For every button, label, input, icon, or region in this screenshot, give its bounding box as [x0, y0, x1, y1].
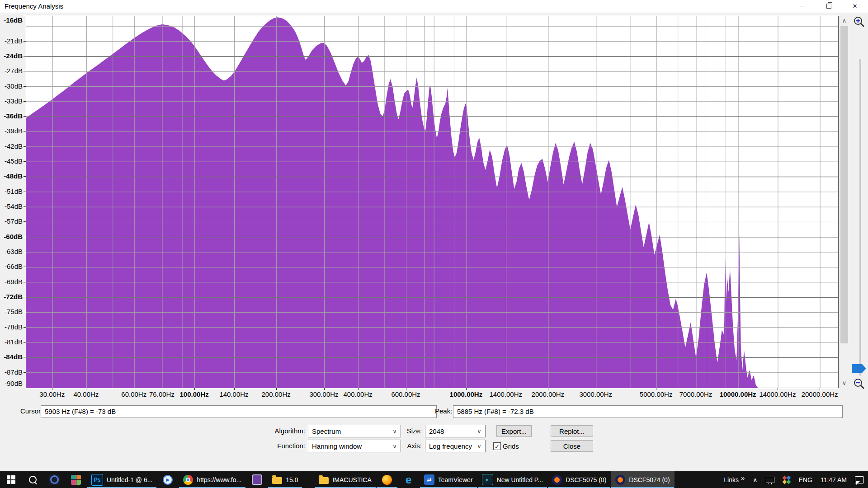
- hidden-icons-button[interactable]: ∧: [749, 471, 761, 488]
- links-toolbar[interactable]: Links »: [720, 471, 749, 488]
- x-axis-tick: [134, 388, 134, 390]
- x-axis-tick-label: 1400.00Hz: [489, 390, 522, 398]
- action-center-button[interactable]: [851, 471, 868, 488]
- y-axis-tick-label: -27dB: [0, 67, 23, 75]
- algorithm-select[interactable]: Spectrum ∨: [308, 425, 401, 437]
- audacity-icon: [552, 475, 562, 485]
- start-button[interactable]: [0, 471, 22, 488]
- taskbar-item-firefox[interactable]: [376, 471, 398, 488]
- y-axis-tick-label: -60dB: [0, 233, 23, 241]
- zoom-slider-handle[interactable]: [852, 364, 866, 373]
- clock[interactable]: 11:47 AM: [816, 471, 851, 488]
- photoshop-icon: Ps: [91, 474, 103, 486]
- taskbar-item-edge[interactable]: e: [398, 471, 420, 488]
- taskbar: Ps Untitled-1 @ 6... ▶ https://www.fo...…: [0, 471, 868, 488]
- film-app-icon: [252, 474, 262, 485]
- function-select[interactable]: Hanning window ∨: [308, 440, 401, 452]
- function-label: Function:: [251, 440, 305, 452]
- windows-logo-icon: [7, 475, 15, 484]
- taskbar-item-dscf5075[interactable]: DSCF5075 (0): [547, 471, 611, 488]
- y-axis-tick-label: -84dB: [0, 353, 23, 361]
- zoom-slider-track[interactable]: [859, 59, 861, 376]
- x-axis-tick-label: 7000.00Hz: [679, 390, 712, 398]
- taskbar-item-chrome[interactable]: https://www.fo...: [179, 471, 246, 488]
- x-axis-tick: [234, 388, 235, 390]
- y-axis-tick-label: -54dB: [0, 202, 23, 211]
- x-axis-tick-label: 14000.00Hz: [760, 390, 796, 398]
- taskbar-item-film-app[interactable]: [246, 471, 268, 488]
- cursor-label: Cursor:: [20, 405, 42, 417]
- x-axis-tick: [324, 388, 325, 390]
- x-axis-tick: [466, 388, 467, 390]
- vertical-scrollbar[interactable]: ∧ ∨: [840, 16, 849, 387]
- restore-button[interactable]: [816, 0, 842, 12]
- chevron-up-icon: ∧: [753, 476, 757, 483]
- x-axis-tick-label: 2000.00Hz: [532, 390, 565, 398]
- y-axis-tick-label: -78dB: [0, 323, 23, 331]
- plot-area[interactable]: [26, 16, 839, 388]
- grids-checkbox[interactable]: ✓: [493, 442, 501, 450]
- x-axis-tick: [548, 388, 548, 390]
- x-axis-tick-label: 300.00Hz: [309, 390, 338, 398]
- taskbar-item-new-untitled-project[interactable]: ▸ New Untitled P...: [477, 471, 547, 488]
- y-axis-tick-label: -24dB: [0, 52, 23, 60]
- taskbar-item-teamviewer[interactable]: ⇄ TeamViewer: [420, 471, 477, 488]
- spectrum-area-chart: [26, 16, 838, 388]
- close-window-button[interactable]: ✕: [842, 0, 868, 12]
- taskbar-item-photoshop[interactable]: Ps Untitled-1 @ 6...: [87, 471, 157, 488]
- zoom-in-icon[interactable]: [852, 15, 867, 30]
- x-axis-tick-label: 140.00Hz: [219, 390, 248, 398]
- taskbar-item-folder-imacustica[interactable]: IMACUSTICA: [314, 471, 376, 488]
- action-center-icon: [855, 476, 864, 483]
- size-select[interactable]: 2048 ∨: [425, 425, 486, 437]
- minimize-button[interactable]: [789, 0, 816, 12]
- frequency-analysis-window: Frequency Analysis ✕ -16dB-21dB-24dB-27d…: [0, 0, 868, 471]
- axis-select[interactable]: Log frequency ∨: [425, 440, 486, 452]
- x-axis-tick-label: 3000.00Hz: [579, 390, 612, 398]
- x-axis-tick-label: 5000.00Hz: [640, 390, 673, 398]
- x-axis-tick-label: 40.00Hz: [73, 390, 99, 398]
- window-title: Frequency Analysis: [5, 2, 63, 10]
- y-axis-tick-label: -16dB: [0, 16, 23, 24]
- replot-button[interactable]: Replot...: [551, 425, 593, 437]
- y-axis-tick-label: -57dB: [0, 217, 23, 225]
- y-axis-tick-label: -39dB: [0, 127, 23, 135]
- x-axis-tick: [696, 388, 696, 390]
- x-axis-tick-label: 60.00Hz: [121, 390, 146, 398]
- x-axis-tick: [778, 388, 778, 390]
- taskbar-search-button[interactable]: [22, 471, 43, 488]
- taskbar-item-dscf5074[interactable]: DSCF5074 (0): [611, 471, 674, 488]
- scroll-up-arrow[interactable]: ∧: [840, 16, 849, 25]
- language-indicator[interactable]: ENG: [795, 471, 816, 488]
- x-axis-tick: [194, 388, 195, 390]
- peak-value: 5885 Hz (F#8) = -72.3 dB: [457, 408, 534, 415]
- taskbar-item-dark-media-app[interactable]: [43, 471, 65, 488]
- taskbar-item-media-player[interactable]: ▶: [157, 471, 179, 488]
- y-axis-tick-label: -87dB: [0, 368, 23, 376]
- folder-icon: [319, 477, 329, 484]
- y-axis-tick-label: -21dB: [0, 37, 23, 45]
- x-axis-tick-label: 1000.00Hz: [450, 390, 483, 398]
- x-axis-tick: [276, 388, 277, 390]
- size-value: 2048: [429, 427, 473, 435]
- y-axis-tick-label: -72dB: [0, 293, 23, 301]
- scroll-down-arrow[interactable]: ∨: [840, 378, 849, 387]
- screen: Frequency Analysis ✕ -16dB-21dB-24dB-27d…: [0, 0, 868, 488]
- y-axis-tick-label: -66dB: [0, 263, 23, 271]
- scrollbar-thumb[interactable]: [840, 26, 848, 343]
- x-axis-tick: [738, 388, 738, 390]
- export-button[interactable]: Export...: [496, 425, 532, 437]
- photos-icon: [71, 475, 81, 485]
- tray-security-app-button[interactable]: [778, 471, 795, 488]
- search-icon: [29, 476, 37, 483]
- tray-display-icon-button[interactable]: [762, 471, 778, 488]
- peak-label: Peak:: [435, 405, 452, 417]
- x-axis-tick: [162, 388, 162, 390]
- x-axis-tick: [656, 388, 656, 390]
- zoom-out-icon[interactable]: [852, 377, 867, 392]
- taskbar-item-photos[interactable]: [65, 471, 87, 488]
- taskbar-item-folder-15[interactable]: 15.0: [268, 471, 302, 488]
- media-app-icon: [49, 474, 60, 485]
- axis-value: Log frequency: [429, 442, 473, 450]
- close-button[interactable]: Close: [551, 440, 593, 452]
